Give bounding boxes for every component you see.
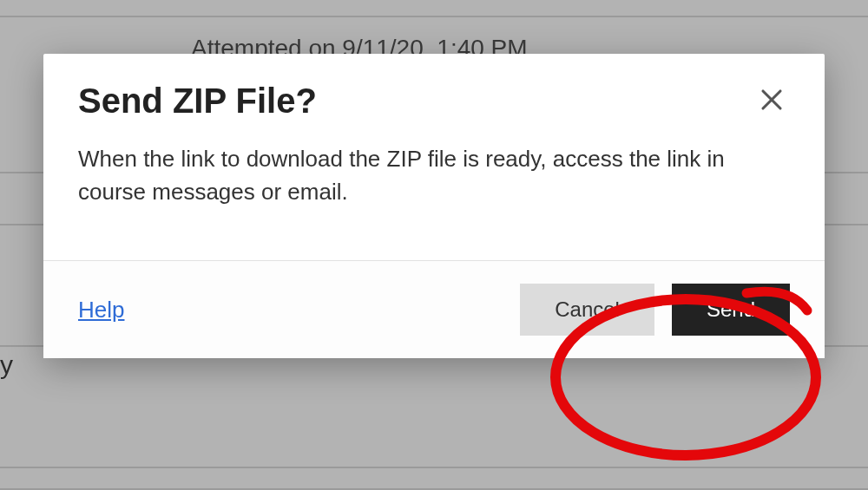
modal-header: Send ZIP File? (43, 54, 825, 129)
modal-footer: Help Cancel Send (43, 260, 825, 358)
modal-body: When the link to download the ZIP file i… (43, 129, 825, 260)
cancel-button[interactable]: Cancel (520, 284, 654, 336)
send-zip-modal: Send ZIP File? When the link to download… (43, 54, 825, 358)
modal-body-text: When the link to download the ZIP file i… (78, 143, 790, 208)
close-icon (759, 102, 785, 115)
help-link[interactable]: Help (78, 297, 124, 323)
modal-title: Send ZIP File? (78, 82, 317, 121)
background-letter: y (0, 350, 13, 380)
close-button[interactable] (753, 82, 790, 118)
send-button[interactable]: Send (672, 284, 790, 336)
